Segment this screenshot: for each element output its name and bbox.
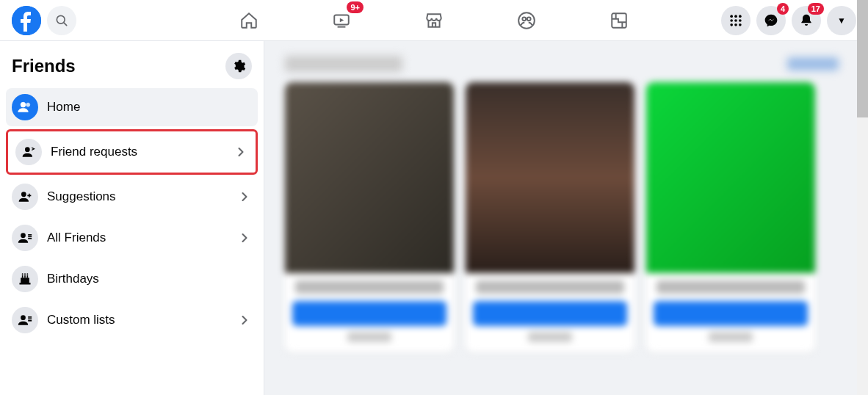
sidebar: Friends Home Friend requests Suggestions… bbox=[0, 41, 264, 395]
chevron-right-icon bbox=[237, 231, 252, 245]
main-content bbox=[264, 41, 868, 395]
svg-point-6 bbox=[522, 17, 526, 21]
nav-groups[interactable] bbox=[509, 3, 544, 38]
sidebar-item-custom-lists[interactable]: Custom lists bbox=[6, 301, 258, 339]
friends-home-icon bbox=[18, 100, 32, 115]
groups-icon bbox=[517, 11, 536, 30]
notifications-badge: 17 bbox=[808, 3, 824, 15]
svg-point-34 bbox=[21, 315, 26, 320]
svg-point-11 bbox=[739, 15, 742, 18]
friend-card-blurred bbox=[646, 82, 815, 352]
svg-rect-27 bbox=[20, 283, 31, 285]
svg-point-19 bbox=[26, 103, 30, 106]
nav-home[interactable] bbox=[231, 3, 267, 38]
notifications-button[interactable]: 17 bbox=[792, 6, 821, 35]
sidebar-item-label: Custom lists bbox=[47, 313, 237, 327]
scrollbar-thumb[interactable] bbox=[857, 0, 868, 117]
right-nav: 4 17 ▼ bbox=[721, 6, 856, 35]
search-button[interactable] bbox=[47, 6, 76, 35]
watch-icon bbox=[332, 11, 351, 30]
gear-icon bbox=[231, 59, 246, 73]
svg-point-9 bbox=[730, 15, 733, 18]
chevron-right-icon bbox=[234, 145, 248, 159]
birthday-icon bbox=[18, 272, 32, 286]
friend-request-icon bbox=[21, 145, 36, 159]
chevron-right-icon bbox=[237, 313, 252, 327]
svg-point-12 bbox=[730, 19, 733, 22]
settings-button[interactable] bbox=[225, 53, 252, 79]
messenger-icon bbox=[764, 13, 778, 28]
sidebar-item-home[interactable]: Home bbox=[6, 88, 258, 126]
all-friends-icon bbox=[18, 231, 32, 245]
svg-point-22 bbox=[21, 233, 26, 238]
sidebar-item-label: Birthdays bbox=[47, 272, 252, 286]
friend-card-blurred bbox=[285, 82, 454, 352]
svg-point-14 bbox=[739, 19, 742, 22]
highlight-annotation: Friend requests bbox=[6, 129, 258, 175]
svg-point-7 bbox=[527, 17, 531, 21]
scrollbar-track[interactable] bbox=[857, 0, 868, 395]
svg-point-15 bbox=[730, 23, 733, 26]
svg-rect-26 bbox=[21, 278, 29, 283]
svg-point-31 bbox=[22, 273, 23, 275]
sidebar-item-all-friends[interactable]: All Friends bbox=[6, 219, 258, 257]
watch-badge: 9+ bbox=[347, 1, 364, 13]
sidebar-item-label: All Friends bbox=[47, 231, 237, 245]
chevron-right-icon bbox=[237, 189, 252, 204]
home-icon bbox=[239, 11, 258, 30]
bell-icon bbox=[799, 13, 814, 28]
friend-card-blurred bbox=[466, 82, 634, 352]
grid-icon bbox=[728, 13, 743, 28]
facebook-logo[interactable] bbox=[12, 6, 41, 35]
messenger-button[interactable]: 4 bbox=[756, 6, 786, 35]
svg-point-32 bbox=[24, 273, 26, 275]
svg-point-16 bbox=[734, 23, 737, 26]
top-navbar: 9+ 4 17 ▼ bbox=[0, 0, 868, 41]
sidebar-item-suggestions[interactable]: Suggestions bbox=[6, 178, 258, 216]
svg-point-20 bbox=[25, 147, 30, 152]
sidebar-item-label: Friend requests bbox=[51, 145, 234, 159]
sidebar-item-friend-requests[interactable]: Friend requests bbox=[10, 133, 254, 171]
account-button[interactable]: ▼ bbox=[827, 6, 856, 35]
custom-lists-icon bbox=[18, 313, 32, 327]
search-icon bbox=[54, 13, 69, 28]
svg-point-33 bbox=[26, 273, 28, 275]
svg-point-21 bbox=[21, 192, 26, 197]
nav-marketplace[interactable] bbox=[416, 3, 452, 38]
nav-gaming[interactable] bbox=[601, 3, 637, 38]
sidebar-item-label: Home bbox=[47, 100, 252, 115]
sidebar-item-label: Suggestions bbox=[47, 189, 237, 204]
marketplace-icon bbox=[424, 11, 444, 30]
nav-watch[interactable]: 9+ bbox=[324, 3, 359, 38]
svg-point-13 bbox=[734, 19, 737, 22]
svg-line-2 bbox=[64, 22, 67, 25]
suggestions-icon bbox=[18, 189, 32, 204]
caret-down-icon: ▼ bbox=[837, 15, 846, 26]
svg-point-5 bbox=[518, 12, 535, 29]
section-heading-blurred bbox=[285, 56, 402, 72]
gaming-icon bbox=[610, 11, 629, 30]
svg-point-10 bbox=[734, 15, 737, 18]
svg-point-18 bbox=[21, 102, 26, 107]
svg-rect-8 bbox=[612, 13, 626, 28]
sidebar-title: Friends bbox=[12, 56, 76, 76]
see-all-link-blurred bbox=[787, 57, 839, 70]
svg-point-17 bbox=[739, 23, 742, 26]
sidebar-item-birthdays[interactable]: Birthdays bbox=[6, 260, 258, 298]
messenger-badge: 4 bbox=[777, 3, 789, 15]
menu-button[interactable] bbox=[721, 6, 751, 35]
